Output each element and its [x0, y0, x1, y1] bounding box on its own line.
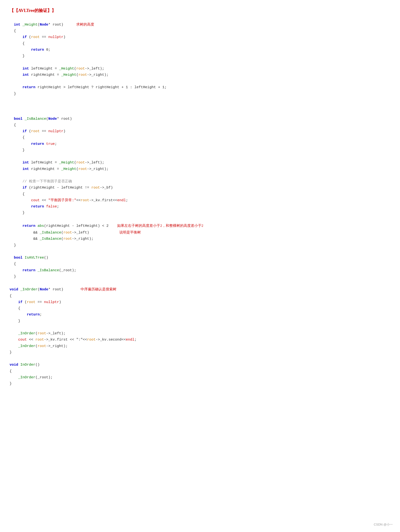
- code-content: int _Height(Node* root) 求树的高度 { if (root…: [10, 21, 390, 387]
- page-title: 【【AVLTree的验证】】: [10, 7, 390, 14]
- watermark: CSDN @小一: [374, 522, 393, 527]
